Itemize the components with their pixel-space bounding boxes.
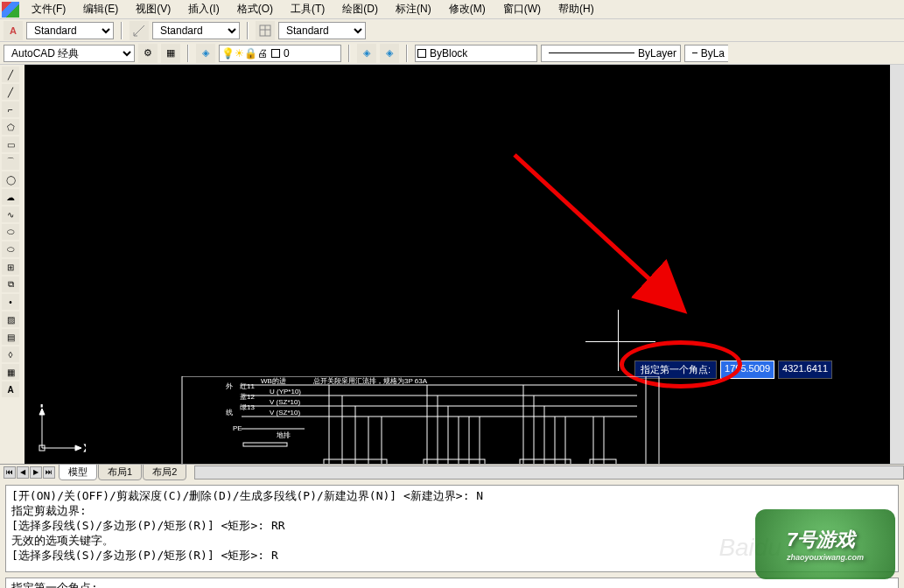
menu-help[interactable]: 帮助(H) xyxy=(550,0,603,18)
ucs-icon: X Y xyxy=(33,404,86,457)
properties-toolbar: AutoCAD 经典 ⚙ ▦ ◈ 💡☀🔒🖨 0 ◈ ◈ ByBlock ByLa… xyxy=(0,42,904,65)
annotation-arrow xyxy=(510,150,694,317)
menu-tools[interactable]: 工具(T) xyxy=(282,0,333,18)
insert-block-icon[interactable]: ⊞ xyxy=(2,259,19,275)
construction-line-icon[interactable]: ╱ xyxy=(2,84,19,100)
gradient-icon[interactable]: ▤ xyxy=(2,329,19,345)
svg-text:WB的进: WB的进 xyxy=(261,377,286,385)
crosshair-horizontal xyxy=(585,341,655,342)
tab-layout2[interactable]: 布局2 xyxy=(143,464,186,480)
workspace-select[interactable]: AutoCAD 经典 xyxy=(4,45,135,62)
region-icon[interactable]: ◊ xyxy=(2,346,19,362)
tab-nav-first-icon[interactable]: ⏮ xyxy=(4,466,16,479)
color-name: ByBlock xyxy=(430,47,467,60)
menu-modify[interactable]: 修改(M) xyxy=(440,0,494,18)
point-icon[interactable]: • xyxy=(2,294,19,310)
mtext-icon[interactable]: A xyxy=(2,382,19,397)
workspace-explorer-icon[interactable]: ▦ xyxy=(161,44,180,63)
make-block-icon[interactable]: ⧉ xyxy=(2,276,19,292)
dim-style-icon[interactable] xyxy=(130,21,149,40)
layout-tabs-bar: ⏮ ◀ ▶ ⏭ 模型 布局1 布局2 xyxy=(0,464,904,480)
drawing-viewport[interactable]: 指定第一个角点: 1795.5009 4321.6411 WB的进 总开关段采用… xyxy=(25,65,890,464)
menu-bar: 文件(F) 编辑(E) 视图(V) 插入(I) 格式(O) 工具(T) 绘图(D… xyxy=(0,0,904,19)
dynamic-y-value[interactable]: 4321.6411 xyxy=(778,360,832,379)
svg-text:蓝12: 蓝12 xyxy=(240,393,255,401)
tab-model[interactable]: 模型 xyxy=(59,464,97,480)
drawing-content: WB的进 总开关段采用汇流排，规格为3P 63A U (YP*10) V (SZ… xyxy=(156,376,663,464)
dynamic-x-value[interactable]: 1795.5009 xyxy=(720,360,774,379)
svg-text:X: X xyxy=(84,443,86,453)
circle-icon[interactable]: ◯ xyxy=(2,172,19,187)
menu-draw[interactable]: 绘图(D) xyxy=(333,0,387,18)
layer-manager-icon[interactable]: ◈ xyxy=(196,44,215,63)
ellipse-icon[interactable]: ⬭ xyxy=(2,224,19,240)
layer-previous-icon[interactable]: ◈ xyxy=(357,44,376,63)
crosshair-vertical xyxy=(618,310,619,371)
svg-text:线: 线 xyxy=(226,409,233,416)
svg-text:V   (SZ*10): V (SZ*10) xyxy=(270,398,300,406)
draw-toolbar: ╱ ╱ ⌐ ⬠ ▭ ⌒ ◯ ☁ ∿ ⬭ ⬭ ⊞ ⧉ • ▨ ▤ ◊ ▦ A xyxy=(0,65,25,464)
table-icon[interactable]: ▦ xyxy=(2,364,19,380)
revision-cloud-icon[interactable]: ☁ xyxy=(2,189,19,205)
dim-style-select[interactable]: Standard xyxy=(152,22,240,39)
linetype-name: ByLayer xyxy=(638,47,676,60)
svg-marker-54 xyxy=(75,445,81,451)
layer-states-icon[interactable]: ◈ xyxy=(380,44,399,63)
linetype-select[interactable]: ByLayer xyxy=(541,45,681,62)
svg-text:V   (SZ*10): V (SZ*10) xyxy=(270,409,300,416)
svg-marker-56 xyxy=(39,409,45,415)
text-style-select[interactable]: Standard xyxy=(26,22,114,39)
table-style-select[interactable]: Standard xyxy=(278,22,366,39)
svg-rect-40 xyxy=(424,459,485,464)
table-style-icon[interactable] xyxy=(256,21,275,40)
svg-line-0 xyxy=(134,25,144,36)
svg-text:外: 外 xyxy=(226,382,233,390)
svg-text:红11: 红11 xyxy=(240,382,255,390)
watermark-logo: 7号游戏 zhaoyouxiwang.com xyxy=(755,509,895,579)
viewport-scrollbar-v[interactable] xyxy=(890,65,904,464)
svg-line-6 xyxy=(515,155,681,308)
ellipse-arc-icon[interactable]: ⬭ xyxy=(2,242,19,257)
text-style-icon[interactable]: A xyxy=(4,21,23,40)
app-logo-icon xyxy=(2,2,19,18)
layer-name: 0 xyxy=(284,47,290,60)
menu-format[interactable]: 格式(O) xyxy=(228,0,282,18)
menu-dimension[interactable]: 标注(N) xyxy=(387,0,440,18)
style-toolbar: A Standard Standard Standard xyxy=(0,19,904,42)
rectangle-icon[interactable]: ▭ xyxy=(2,136,19,152)
svg-text:地排: 地排 xyxy=(276,431,291,439)
svg-text:Y: Y xyxy=(39,404,46,409)
menu-edit[interactable]: 编辑(E) xyxy=(74,0,127,18)
svg-rect-25 xyxy=(243,443,287,446)
tab-nav-next-icon[interactable]: ▶ xyxy=(30,466,42,479)
tab-nav-last-icon[interactable]: ⏭ xyxy=(43,466,55,479)
workspace-settings-icon[interactable]: ⚙ xyxy=(138,44,158,63)
viewport-scrollbar-h[interactable] xyxy=(194,466,904,480)
polyline-icon[interactable]: ⌐ xyxy=(2,102,19,117)
color-select[interactable]: ByBlock xyxy=(415,45,537,62)
arc-icon[interactable]: ⌒ xyxy=(2,154,19,170)
svg-rect-47 xyxy=(520,459,571,464)
svg-text:PE: PE xyxy=(233,424,242,432)
tab-nav-prev-icon[interactable]: ◀ xyxy=(17,466,29,479)
main-area: ╱ ╱ ⌐ ⬠ ▭ ⌒ ◯ ☁ ∿ ⬭ ⬭ ⊞ ⧉ • ▨ ▤ ◊ ▦ A 指定… xyxy=(0,65,904,464)
lineweight-name: ByLa xyxy=(701,47,725,60)
svg-text:总开关段采用汇流排，规格为3P 63A: 总开关段采用汇流排，规格为3P 63A xyxy=(312,377,428,385)
menu-insert[interactable]: 插入(I) xyxy=(179,0,228,18)
menu-window[interactable]: 窗口(W) xyxy=(494,0,550,18)
polygon-icon[interactable]: ⬠ xyxy=(2,119,19,135)
svg-text:U   (YP*10): U (YP*10) xyxy=(270,388,301,396)
layer-select[interactable]: 💡☀🔒🖨 0 xyxy=(219,45,341,62)
menu-file[interactable]: 文件(F) xyxy=(23,0,74,18)
hatch-icon[interactable]: ▨ xyxy=(2,312,19,327)
tab-layout1[interactable]: 布局1 xyxy=(98,464,142,480)
svg-text:绿13: 绿13 xyxy=(240,403,255,411)
dynamic-input: 指定第一个角点: 1795.5009 4321.6411 xyxy=(634,360,832,379)
lineweight-select[interactable]: ByLa xyxy=(684,45,728,62)
menu-view[interactable]: 视图(V) xyxy=(127,0,179,18)
spline-icon[interactable]: ∿ xyxy=(2,206,19,222)
line-icon[interactable]: ╱ xyxy=(2,66,19,82)
